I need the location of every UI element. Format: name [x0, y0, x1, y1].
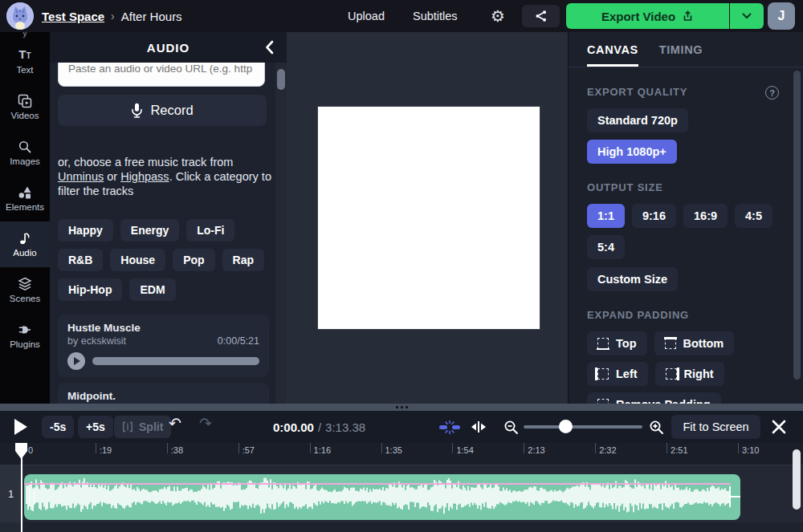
zoom-out-button[interactable]: [501, 416, 520, 438]
export-options-dropdown[interactable]: [730, 3, 764, 29]
category-chips: Happy Energy Lo-Fi R&B House Pop Rap Hip…: [58, 219, 276, 301]
split-button-label: Split: [139, 420, 163, 433]
category-chip-edm[interactable]: EDM: [129, 278, 175, 301]
size-4-5-button[interactable]: 4:5: [735, 204, 772, 228]
quality-high-button[interactable]: High 1080p+: [587, 140, 677, 164]
category-chip-hiphop[interactable]: Hip-Hop: [58, 278, 122, 301]
redo-button[interactable]: ↷: [199, 414, 212, 433]
padding-top-button[interactable]: Top: [587, 331, 647, 355]
category-chip-happy[interactable]: Happy: [58, 219, 113, 242]
audio-clip[interactable]: [24, 474, 740, 520]
sidebar-item-label: Videos: [11, 111, 39, 120]
padding-right-icon: [666, 368, 677, 380]
record-button[interactable]: Record: [58, 95, 267, 126]
videos-icon: [18, 94, 32, 108]
expand-horizontal-icon: [470, 420, 487, 433]
snap-toggle-button[interactable]: [438, 416, 462, 438]
category-chip-pop[interactable]: Pop: [173, 249, 214, 271]
user-avatar[interactable]: J: [768, 2, 795, 30]
timeline-ruler[interactable]: 0:19:38:571:161:351:542:132:322:513:10: [0, 443, 803, 465]
app: Test Space › After Hours Upload Subtitle…: [0, 0, 803, 532]
video-canvas[interactable]: [318, 107, 540, 329]
zoom-in-icon: [649, 420, 664, 435]
size-16-9-button[interactable]: 16:9: [683, 204, 728, 228]
play-button[interactable]: [14, 419, 27, 435]
workspace-logo-avatar[interactable]: [6, 2, 34, 30]
right-panel-tabs: CANVAS TIMING: [569, 32, 803, 67]
size-5-4-button[interactable]: 5:4: [587, 235, 625, 259]
music-track-card[interactable]: Midpoint. by INGS 0:00/4:00: [58, 383, 269, 404]
sidebar-item-videos[interactable]: Videos: [0, 84, 50, 130]
timeline: 0:19:38:571:161:351:542:132:322:513:10 1: [0, 443, 803, 532]
sidebar-item-scenes[interactable]: Scenes: [0, 267, 50, 313]
remove-padding-button[interactable]: Remove Padding: [587, 392, 721, 404]
right-panel-scrollbar-thumb[interactable]: [793, 71, 801, 380]
padding-right-button[interactable]: Right: [655, 362, 724, 386]
upload-button[interactable]: Upload: [348, 0, 385, 32]
audio-panel-scrollbar-thumb[interactable]: [277, 69, 285, 90]
expand-clip-button[interactable]: [468, 416, 489, 438]
fit-to-screen-button[interactable]: Fit to Screen: [671, 415, 760, 439]
ruler-label: 1:35: [385, 445, 402, 455]
size-1-1-button[interactable]: 1:1: [587, 204, 625, 228]
intro-text: or, choose a free music track from: [58, 156, 233, 169]
topbar: Test Space › After Hours Upload Subtitle…: [0, 0, 803, 32]
time-separator: /: [318, 420, 321, 434]
track-progress-bar[interactable]: [92, 357, 259, 365]
timeline-scrollbar-thumb[interactable]: [793, 449, 801, 510]
sidebar-item-images[interactable]: Images: [0, 130, 50, 176]
clip-trim-handle[interactable]: [29, 488, 35, 507]
category-chip-rnb[interactable]: R&B: [58, 249, 103, 271]
track-artist: by eckskwisit: [67, 335, 126, 347]
category-chip-house[interactable]: House: [110, 249, 165, 271]
tab-timing[interactable]: TIMING: [659, 43, 703, 67]
custom-size-button[interactable]: Custom Size: [587, 267, 678, 291]
settings-gear-icon[interactable]: ⚙: [491, 0, 505, 32]
quality-standard-button[interactable]: Standard 720p: [587, 108, 688, 132]
zoom-out-icon: [503, 420, 519, 435]
track-title: Hustle Muscle: [67, 322, 259, 334]
audio-panel-header: AUDIO: [50, 32, 287, 63]
skip-back-button[interactable]: -5s: [42, 416, 74, 438]
size-9-16-button[interactable]: 9:16: [632, 204, 676, 228]
undo-button[interactable]: ↶: [169, 414, 181, 433]
ruler-tick: [595, 443, 596, 453]
sidebar-item-audio[interactable]: Audio: [0, 221, 50, 267]
close-icon: [769, 417, 789, 437]
ruler-label: 2:51: [671, 445, 687, 455]
sidebar-item-elements[interactable]: Elements: [0, 176, 50, 221]
category-chip-lofi[interactable]: Lo-Fi: [186, 219, 234, 242]
collapse-panel-button[interactable]: [261, 39, 277, 55]
sidebar-item-text[interactable]: TT Text: [0, 39, 50, 84]
zoom-in-button[interactable]: [646, 416, 666, 438]
padding-left-button[interactable]: Left: [587, 362, 648, 386]
highpass-link[interactable]: Highpass: [120, 170, 169, 183]
audio-panel: AUDIO Record or, choose a free music tra…: [50, 32, 287, 404]
split-button[interactable]: Split: [114, 416, 171, 438]
project-title[interactable]: After Hours: [121, 10, 182, 23]
subtitles-button[interactable]: Subtitles: [413, 0, 458, 32]
tab-canvas[interactable]: CANVAS: [587, 43, 638, 67]
track-gutter: [0, 522, 22, 532]
sidebar-item-plugins[interactable]: Plugins: [0, 313, 50, 359]
timeline-resize-handle[interactable]: [0, 404, 803, 411]
category-chip-rap[interactable]: Rap: [222, 249, 264, 271]
workspace-link[interactable]: Test Space: [42, 10, 104, 23]
right-panel: CANVAS TIMING ? EXPORT QUALITY Standard …: [568, 32, 803, 404]
export-video-button[interactable]: Export Video: [566, 3, 730, 29]
track-play-button[interactable]: [67, 352, 85, 370]
zoom-slider-thumb[interactable]: [559, 420, 573, 433]
timeline-zoom-slider[interactable]: [524, 425, 642, 428]
category-chip-energy[interactable]: Energy: [120, 219, 179, 242]
skip-forward-button[interactable]: +5s: [78, 416, 113, 438]
volume-line[interactable]: [24, 483, 731, 485]
music-track-card[interactable]: Hustle Muscle by eckskwisit 0:00/5:21: [58, 315, 269, 377]
audio-url-input[interactable]: [58, 63, 265, 87]
padding-bottom-button[interactable]: Bottom: [654, 331, 735, 355]
audio-panel-title: AUDIO: [147, 41, 190, 55]
padding-right-label: Right: [684, 368, 714, 380]
close-timeline-button[interactable]: [769, 417, 789, 437]
left-sidebar: y TT Text Videos Images: [0, 32, 50, 404]
share-button[interactable]: [522, 5, 560, 27]
unminus-link[interactable]: Unminus: [58, 170, 104, 183]
